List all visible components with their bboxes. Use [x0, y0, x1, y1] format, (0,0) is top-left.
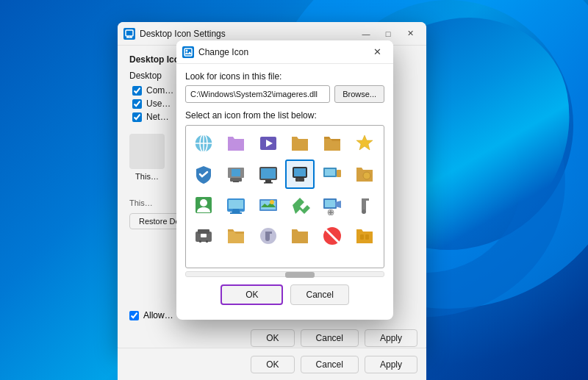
main-cancel-button[interactable]: Cancel	[301, 356, 359, 373]
svg-rect-23	[261, 168, 276, 179]
change-icon-dialog: Change Icon ✕ Look for icons in this fil…	[176, 40, 393, 320]
icon-cell-8[interactable]	[221, 159, 251, 189]
svg-rect-28	[295, 178, 304, 182]
svg-rect-43	[325, 200, 335, 207]
main-apply-button[interactable]: Apply	[365, 356, 417, 373]
svg-point-35	[200, 199, 207, 207]
icon-cell-19[interactable]	[189, 221, 218, 251]
svg-point-45	[362, 209, 366, 214]
icon-cell-7[interactable]	[189, 159, 218, 189]
allow-label: Allow…	[143, 310, 173, 320]
desktop-ok-button[interactable]: OK	[251, 329, 294, 347]
icon-cell-20[interactable]	[221, 221, 251, 251]
icon-cell-9[interactable]	[254, 159, 283, 189]
change-icon-ok-button[interactable]: OK	[220, 284, 283, 305]
svg-rect-24	[265, 180, 271, 182]
svg-rect-37	[229, 200, 243, 209]
file-label: Look for icons in this file:	[185, 71, 384, 82]
icon-cell-15[interactable]	[254, 190, 283, 220]
file-path-input[interactable]	[185, 85, 330, 103]
svg-rect-49	[206, 240, 208, 243]
icon-cell-22[interactable]	[285, 221, 315, 251]
main-bottom-bar: OK Cancel Apply	[118, 348, 426, 380]
svg-rect-25	[264, 182, 273, 184]
icon-cell-18[interactable]	[350, 190, 379, 220]
svg-rect-48	[199, 240, 201, 243]
icon-cell-11[interactable]	[318, 159, 347, 189]
icon-cell-12[interactable]	[350, 159, 379, 189]
allow-section: Allow…	[129, 310, 173, 320]
svg-rect-27	[294, 168, 306, 176]
svg-rect-47	[198, 229, 209, 234]
svg-rect-19	[232, 169, 240, 176]
svg-rect-54	[360, 234, 364, 240]
svg-rect-55	[365, 234, 369, 240]
icon-cell-17[interactable]	[318, 190, 347, 220]
check-network[interactable]	[132, 112, 142, 122]
icon-cell-13[interactable]	[189, 190, 218, 220]
desktop-settings-title: Desktop Icon Settings	[140, 29, 356, 39]
icon-cell-16[interactable]	[285, 190, 315, 220]
change-icon-title-icon	[182, 46, 194, 58]
desktop-settings-buttons: OK Cancel Apply	[251, 329, 417, 347]
window-controls: — □ ✕	[356, 26, 420, 41]
svg-rect-50	[201, 234, 207, 237]
check-network-label: Net…	[146, 112, 169, 122]
change-icon-titlebar: Change Icon ✕	[176, 40, 393, 64]
change-icon-content: Look for icons in this file: Browse... S…	[176, 64, 393, 312]
icon-cell-5[interactable]	[318, 129, 347, 158]
close-button[interactable]: ✕	[400, 26, 420, 41]
maximize-button[interactable]: □	[378, 26, 398, 41]
icon-cell-6[interactable]	[350, 129, 379, 158]
svg-point-9	[186, 49, 188, 51]
svg-rect-31	[325, 169, 335, 176]
desktop-apply-button[interactable]: Apply	[365, 329, 417, 347]
browse-button[interactable]: Browse...	[334, 85, 384, 103]
check-user[interactable]	[132, 99, 142, 109]
icon-grid	[189, 129, 381, 251]
svg-rect-0	[126, 30, 133, 36]
icon-cell-23[interactable]	[318, 221, 347, 251]
icon-cell-1[interactable]	[189, 129, 218, 158]
minimize-button[interactable]: —	[356, 26, 376, 41]
this-icon	[129, 134, 165, 169]
change-icon-dialog-buttons: OK Cancel	[185, 284, 384, 305]
icon-cell-2[interactable]	[221, 129, 251, 158]
this-preview: This…	[129, 134, 165, 181]
change-icon-close-button[interactable]: ✕	[367, 45, 387, 60]
icon-cell-21[interactable]	[254, 221, 283, 251]
desktop-settings-title-icon	[123, 28, 135, 40]
check-user-label: Use…	[146, 98, 171, 109]
check-computer-label: Com…	[146, 85, 173, 96]
icon-cell-14[interactable]	[221, 190, 251, 220]
icon-cell-10[interactable]	[285, 159, 315, 189]
check-computer[interactable]	[132, 86, 142, 96]
main-ok-button[interactable]: OK	[251, 356, 294, 373]
icon-cell-3[interactable]	[254, 129, 283, 158]
svg-rect-21	[233, 181, 239, 182]
svg-rect-32	[337, 170, 341, 177]
allow-checkbox[interactable]	[129, 311, 139, 320]
icon-cell-4[interactable]	[285, 129, 315, 158]
icon-grid-scrollbar[interactable]	[185, 271, 384, 277]
select-icon-label: Select an icon from the list below:	[185, 110, 384, 121]
scrollbar-thumb	[285, 272, 315, 278]
change-icon-cancel-button[interactable]: Cancel	[290, 284, 348, 305]
svg-point-41	[270, 200, 274, 204]
icon-grid-container[interactable]	[185, 125, 384, 268]
file-path-row: Browse...	[185, 85, 384, 103]
change-icon-title: Change Icon	[198, 47, 367, 57]
icon-cell-24[interactable]	[350, 221, 379, 251]
svg-marker-17	[356, 135, 373, 150]
svg-point-33	[363, 172, 370, 179]
this-label: This…	[135, 172, 159, 181]
desktop-cancel-button[interactable]: Cancel	[301, 329, 359, 347]
svg-rect-8	[184, 49, 192, 56]
